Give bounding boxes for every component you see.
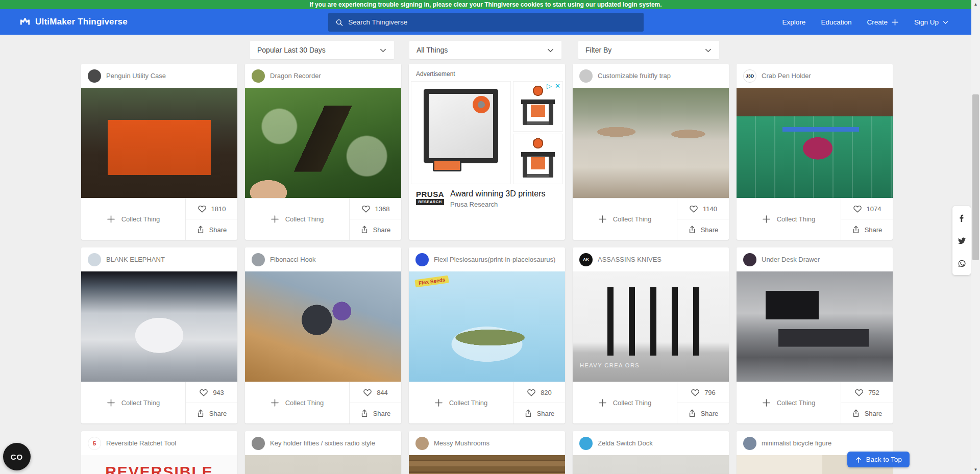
collect-thing-button[interactable]: Collect Thing <box>409 382 513 423</box>
creator-avatar[interactable] <box>252 437 265 450</box>
like-button[interactable]: 820 <box>513 382 565 403</box>
plus-icon <box>271 215 279 223</box>
share-button[interactable]: Share <box>350 219 401 240</box>
share-button[interactable]: Share <box>186 403 237 423</box>
twitter-icon[interactable] <box>952 229 971 252</box>
nav-create[interactable]: Create <box>867 18 899 26</box>
back-to-top-button[interactable]: Back to Top <box>847 452 910 467</box>
scrollbar-thumb[interactable] <box>972 94 979 260</box>
ad-image-bottom[interactable] <box>513 134 563 184</box>
creator-avatar[interactable] <box>252 253 265 266</box>
creator-avatar[interactable] <box>579 69 593 83</box>
like-button[interactable]: 844 <box>350 382 401 403</box>
nav-education[interactable]: Education <box>821 18 851 26</box>
like-button[interactable]: 752 <box>841 382 893 403</box>
thing-thumbnail[interactable] <box>737 271 893 382</box>
thing-thumbnail[interactable] <box>245 88 401 198</box>
thing-title[interactable]: Zelda Switch Dock <box>598 439 653 447</box>
like-button[interactable]: 1140 <box>677 198 729 219</box>
thing-thumbnail[interactable] <box>573 88 729 198</box>
creator-avatar[interactable] <box>415 253 429 266</box>
thing-title[interactable]: Customizable fruitfly trap <box>598 72 671 80</box>
cookie-consent-button[interactable]: CO <box>3 443 31 470</box>
creator-avatar[interactable] <box>579 437 593 450</box>
filter-by-dropdown[interactable]: Filter By <box>578 41 719 59</box>
creator-avatar[interactable] <box>743 437 756 450</box>
like-button[interactable]: 1368 <box>350 198 401 219</box>
whatsapp-icon[interactable] <box>952 252 971 275</box>
thing-title[interactable]: Dragon Recorder <box>270 72 321 80</box>
thing-title[interactable]: minimalist bicycle figure <box>762 439 831 447</box>
like-share-panel: 1368 Share <box>350 198 401 240</box>
share-button[interactable]: Share <box>350 403 401 423</box>
adchoices-icon[interactable]: ▷ <box>547 83 552 90</box>
thing-thumbnail[interactable] <box>245 455 401 474</box>
thing-thumbnail[interactable] <box>245 271 401 382</box>
scroll-down-arrow[interactable]: ▼ <box>971 465 980 474</box>
ad-image-column <box>513 81 563 184</box>
scroll-up-arrow[interactable]: ▲ <box>971 0 980 9</box>
thing-thumbnail[interactable]: REVERSIBLE <box>81 455 237 474</box>
creator-avatar[interactable] <box>88 69 101 83</box>
collect-thing-button[interactable]: Collect Thing <box>737 382 841 423</box>
category-dropdown[interactable]: All Things <box>409 41 561 59</box>
ad-close-icon[interactable]: ✕ <box>555 83 560 90</box>
thing-card-header: Fibonacci Hook <box>245 247 401 271</box>
share-button[interactable]: Share <box>186 219 237 240</box>
thing-thumbnail[interactable] <box>573 455 729 474</box>
facebook-icon[interactable] <box>952 206 971 229</box>
thing-title[interactable]: ASSASSINS KNIVES <box>598 256 662 263</box>
thing-thumbnail[interactable]: Flex Seeds <box>409 271 565 382</box>
share-button[interactable]: Share <box>677 219 729 240</box>
ad-image-main[interactable] <box>411 81 511 184</box>
nav-sign-up[interactable]: Sign Up <box>914 18 949 26</box>
creator-avatar[interactable] <box>415 437 429 450</box>
collect-thing-button[interactable]: Collect Thing <box>573 198 677 240</box>
ad-creative[interactable]: ▷ ✕ <box>411 81 563 184</box>
thing-title[interactable]: Key holder fifties / sixties radio style <box>270 439 375 447</box>
thing-thumbnail[interactable] <box>737 88 893 198</box>
nav-explore[interactable]: Explore <box>782 18 806 26</box>
collect-thing-button[interactable]: Collect Thing <box>81 382 186 423</box>
ad-headline[interactable]: Award winning 3D printers <box>450 189 545 198</box>
thing-title[interactable]: Messy Mushrooms <box>434 439 489 447</box>
collect-thing-button[interactable]: Collect Thing <box>573 382 677 423</box>
brand-logo[interactable]: UltiMaker Thingiverse <box>19 9 128 35</box>
thing-title[interactable]: BLANK ELEPHANT <box>106 256 165 263</box>
share-label: Share <box>865 410 883 417</box>
creator-avatar[interactable]: AK <box>579 253 593 266</box>
share-label: Share <box>373 410 391 417</box>
thing-title[interactable]: Crab Pen Holder <box>762 72 811 80</box>
collect-thing-button[interactable]: Collect Thing <box>737 198 841 240</box>
creator-avatar[interactable]: 5 <box>88 437 101 450</box>
thing-thumbnail[interactable]: HEAVY CREA ORS <box>573 271 729 382</box>
share-icon <box>360 226 369 234</box>
thing-thumbnail[interactable] <box>409 455 565 474</box>
like-button[interactable]: 1810 <box>186 198 237 219</box>
like-button[interactable]: 796 <box>677 382 729 403</box>
creator-avatar[interactable] <box>743 253 756 266</box>
thing-thumbnail[interactable] <box>81 271 237 382</box>
collect-thing-button[interactable]: Collect Thing <box>245 382 350 423</box>
thing-title[interactable]: Reversible Ratchet Tool <box>106 439 176 447</box>
share-button[interactable]: Share <box>841 403 893 423</box>
collect-thing-button[interactable]: Collect Thing <box>245 198 350 240</box>
like-button[interactable]: 1074 <box>841 198 893 219</box>
creator-avatar[interactable]: J3D <box>743 69 756 83</box>
creator-avatar[interactable] <box>252 69 265 83</box>
share-button[interactable]: Share <box>513 403 565 423</box>
collect-thing-button[interactable]: Collect Thing <box>81 198 186 240</box>
search-bar[interactable] <box>328 13 644 32</box>
share-button[interactable]: Share <box>841 219 893 240</box>
search-input[interactable] <box>348 18 636 26</box>
thing-thumbnail[interactable] <box>81 88 237 198</box>
share-button[interactable]: Share <box>677 403 729 423</box>
thing-title[interactable]: Flexi Plesiosaurus(print-in-placeiosauru… <box>434 256 555 263</box>
thing-title[interactable]: Fibonacci Hook <box>270 256 316 263</box>
thing-title[interactable]: Under Desk Drawer <box>762 256 820 263</box>
like-button[interactable]: 943 <box>186 382 237 403</box>
thing-title[interactable]: Penguin Utility Case <box>106 72 166 80</box>
creator-avatar[interactable] <box>88 253 101 266</box>
sort-dropdown[interactable]: Popular Last 30 Days <box>250 41 394 59</box>
scrollbar[interactable]: ▲ ▼ <box>971 0 980 474</box>
